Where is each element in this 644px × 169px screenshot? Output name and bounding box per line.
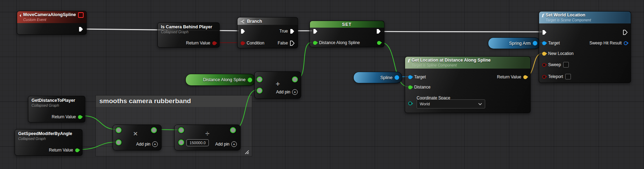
- node-subtitle: Collapsed Graph: [31, 103, 82, 107]
- sweep-pin[interactable]: [542, 63, 546, 67]
- return-value-pin[interactable]: [523, 75, 527, 79]
- add-input-pin-a[interactable]: [257, 77, 262, 82]
- coordinate-space-pin[interactable]: [408, 101, 412, 105]
- spring-arm-output-pin[interactable]: [533, 41, 537, 45]
- multiply-output-pin[interactable]: [152, 128, 156, 132]
- node-set-world-location[interactable]: f Set World Location Target is Scene Com…: [539, 11, 631, 83]
- node-title: Is Camera Behind Player: [161, 24, 216, 30]
- divide-input-pin-b[interactable]: [179, 140, 183, 145]
- node-custom-event[interactable]: MoveCameraAlongSpline Custom Event: [17, 11, 87, 35]
- node-set-distance-along-spline[interactable]: SET Distance Along Spline: [310, 21, 384, 47]
- node-multiply[interactable]: × Add pin +: [113, 125, 162, 150]
- node-subtitle: Custom Event: [23, 17, 76, 22]
- exec-in-pin[interactable]: [313, 29, 318, 34]
- target-pin[interactable]: [542, 41, 546, 45]
- divisor-value-field[interactable]: 150000.0: [186, 139, 209, 146]
- node-title: MoveCameraAlongSpline: [23, 12, 76, 17]
- plus-circle-icon: +: [152, 141, 158, 147]
- teleport-pin[interactable]: [542, 75, 546, 79]
- node-get-speed-modifer-by-angle[interactable]: GetSpeedModiferByAngle Collapsed Graph R…: [15, 129, 83, 156]
- node-subtitle: Collapsed Graph: [161, 30, 216, 34]
- node-get-distance-along-spline[interactable]: Distance Along Spline: [185, 74, 255, 86]
- add-input-pin-b[interactable]: [257, 89, 262, 93]
- add-pin-button[interactable]: Add pin +: [215, 141, 237, 147]
- pin-label: Condition: [247, 41, 264, 45]
- false-exec-pin[interactable]: [290, 41, 295, 46]
- branch-icon: [240, 19, 245, 24]
- add-pin-label: Add pin: [276, 90, 290, 94]
- add-pin-label: Add pin: [136, 142, 150, 147]
- node-title: GetSpeedModiferByAngle: [18, 131, 79, 136]
- node-branch[interactable]: Branch True Condition False: [237, 17, 298, 48]
- node-divide[interactable]: ÷ 150000.0 Add pin +: [174, 125, 241, 150]
- exec-in-pin[interactable]: [542, 30, 547, 35]
- distance-input-pin[interactable]: [313, 41, 317, 45]
- exec-in-pin[interactable]: [241, 29, 245, 34]
- pin-label: True: [279, 29, 288, 34]
- divide-input-pin-a[interactable]: [179, 128, 183, 132]
- pin-label: Distance Along Spline: [319, 40, 360, 45]
- dropdown-value: World: [420, 102, 430, 106]
- plus-circle-icon: +: [292, 89, 298, 95]
- node-subtitle: Target is Spline Component: [412, 63, 491, 67]
- pin-label: Return Value: [49, 148, 73, 153]
- teleport-checkbox[interactable]: [565, 74, 571, 79]
- pin-label: Return Value: [497, 75, 521, 79]
- sweep-hit-result-pin[interactable]: [624, 41, 628, 45]
- true-exec-pin[interactable]: [290, 29, 295, 34]
- exec-out-pin[interactable]: [79, 27, 83, 32]
- function-icon: f: [408, 58, 410, 63]
- node-subtitle: Target is Scene Component: [546, 18, 591, 22]
- node-title: SET: [342, 22, 352, 27]
- node-get-spline[interactable]: Spline: [353, 72, 402, 83]
- exec-out-pin[interactable]: [376, 29, 381, 34]
- plus-circle-icon: +: [231, 141, 237, 147]
- node-get-location-at-distance-along-spline[interactable]: f Get Location at Distance Along Spline …: [405, 56, 531, 113]
- variable-label: Spline: [380, 75, 392, 80]
- node-title: Set World Location: [546, 13, 591, 18]
- node-title: Branch: [247, 19, 262, 24]
- node-get-spring-arm[interactable]: Spring Arm: [488, 37, 540, 49]
- add-operator-icon: +: [276, 80, 280, 87]
- pin-label: False: [278, 41, 288, 45]
- event-stop-icon: [78, 12, 84, 18]
- new-location-pin[interactable]: [542, 52, 546, 56]
- pin-label: Distance: [414, 85, 431, 90]
- node-is-camera-behind-player[interactable]: Is Camera Behind Player Collapsed Graph …: [157, 22, 220, 48]
- node-add[interactable]: + Add pin +: [254, 71, 301, 99]
- condition-pin[interactable]: [241, 41, 245, 45]
- return-value-pin[interactable]: [78, 115, 82, 119]
- blueprint-graph-canvas[interactable]: smooths camera rubberband MoveCameraAlon…: [0, 0, 644, 169]
- comment-resize-handle[interactable]: [244, 149, 249, 155]
- divide-output-pin[interactable]: [231, 128, 235, 132]
- coordinate-space-dropdown[interactable]: World: [417, 99, 485, 108]
- pin-label: Teleport: [548, 74, 563, 79]
- distance-pin[interactable]: [408, 85, 412, 89]
- add-pin-button[interactable]: Add pin +: [136, 141, 158, 147]
- exec-out-pin[interactable]: [623, 30, 628, 35]
- comment-title[interactable]: smooths camera rubberband: [96, 96, 252, 107]
- distance-output-pin[interactable]: [248, 78, 252, 82]
- multiply-input-pin-b[interactable]: [116, 140, 121, 145]
- sweep-checkbox[interactable]: [563, 62, 569, 68]
- multiply-input-pin-a[interactable]: [116, 128, 121, 132]
- node-get-distance-to-player[interactable]: GetDistanceToPlayer Collapsed Graph Retu…: [28, 96, 85, 122]
- add-pin-label: Add pin: [215, 142, 229, 147]
- wire-exec-set-to-setworldlocation[interactable]: [382, 31, 542, 32]
- pin-label: Target: [414, 75, 426, 79]
- divide-operator-icon: ÷: [205, 130, 210, 137]
- add-output-pin[interactable]: [293, 77, 297, 82]
- target-pin[interactable]: [408, 75, 412, 79]
- node-title: GetDistanceToPlayer: [31, 98, 82, 103]
- multiply-operator-icon: ×: [133, 130, 137, 137]
- custom-event-icon: [20, 13, 21, 18]
- node-subtitle: Collapsed Graph: [18, 136, 79, 141]
- pin-label: New Location: [548, 51, 574, 56]
- return-value-pin[interactable]: [212, 41, 216, 45]
- value-output-pin[interactable]: [377, 41, 381, 45]
- chevron-down-icon: [478, 103, 482, 105]
- return-value-pin[interactable]: [75, 148, 79, 152]
- spline-output-pin[interactable]: [395, 75, 399, 80]
- add-pin-button[interactable]: Add pin +: [276, 89, 298, 95]
- pin-label: Return Value: [186, 41, 210, 45]
